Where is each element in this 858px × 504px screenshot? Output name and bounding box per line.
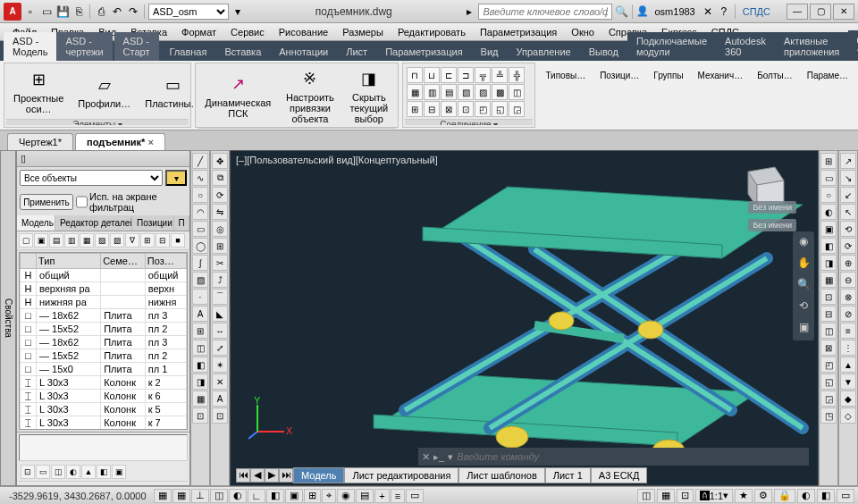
workspace-switch-icon[interactable]: ⚙ — [754, 489, 772, 503]
status-toggle-4[interactable]: ◐ — [229, 489, 247, 503]
ribbon-tab-manage[interactable]: Управление — [508, 43, 580, 61]
status-toggle-7[interactable]: ▣ — [285, 489, 303, 503]
rotate-icon[interactable]: ⟳ — [212, 187, 228, 203]
status-toggle-1[interactable]: ▦ — [172, 489, 190, 503]
typical-button[interactable]: Типовы… — [539, 66, 592, 85]
connection-grid[interactable]: ⊓⊔⊏⊐╦╩╬ ▦▥▤▧▨▩◫ ⊞⊟⊠⊡◰◱◲ — [407, 67, 525, 117]
hide-selection-button[interactable]: ◨Скрыть текущий выбор — [344, 67, 395, 126]
table-row[interactable]: ⌶L 30x3Колонкк 6 — [21, 390, 187, 403]
status-toggle-5[interactable]: ∟ — [248, 489, 266, 503]
offset-icon[interactable]: ◎ — [212, 221, 228, 237]
apply-button[interactable]: Применить — [20, 194, 73, 210]
pt-icon[interactable]: ▢ — [19, 233, 33, 248]
hardware-accel-icon[interactable]: ◐ — [797, 489, 815, 503]
rect-icon[interactable]: ▭ — [192, 221, 208, 237]
status-toggle-2[interactable]: ⊥ — [191, 489, 209, 503]
viewport-label[interactable]: [–][Пользовательский вид][Концептуальный… — [236, 155, 438, 165]
table-row[interactable]: ⌶L 30x3Колонкк 5 — [21, 403, 187, 416]
status-toggle-14[interactable]: ▭ — [406, 489, 424, 503]
cmd-close-icon[interactable]: ✕ — [422, 451, 430, 463]
panel-tab-more[interactable]: П — [174, 215, 189, 231]
params-button[interactable]: Параме… — [801, 66, 854, 85]
ribbon-tab-output[interactable]: Вывод — [580, 43, 627, 61]
polyline-icon[interactable]: ∿ — [192, 170, 208, 186]
mechanical-button[interactable]: Механич… — [692, 66, 750, 85]
ribbon-tab-active-apps[interactable]: Активные приложения — [775, 32, 848, 61]
table-row[interactable]: □— 15x52Плитапл 2 — [21, 349, 187, 363]
user-name[interactable]: osm1983 — [651, 6, 698, 17]
menu-parametric[interactable]: Параметризация — [473, 25, 564, 39]
status-toggle-9[interactable]: ⌖ — [322, 489, 336, 503]
open-icon[interactable]: ▭ — [39, 4, 54, 19]
menu-draw[interactable]: Рисование — [272, 25, 335, 39]
info-icon[interactable]: ▸ — [462, 4, 476, 19]
circle-icon[interactable]: ○ — [192, 187, 208, 203]
redo-icon[interactable]: ↷ — [126, 4, 140, 19]
close-button[interactable]: ✕ — [833, 4, 854, 20]
explode-icon[interactable]: ✶ — [212, 357, 228, 373]
maximize-button[interactable]: ▢ — [810, 4, 831, 20]
mirror-icon[interactable]: ⇋ — [212, 204, 228, 220]
arc-icon[interactable]: ◠ — [192, 204, 208, 220]
menu-dimension[interactable]: Размеры — [335, 25, 391, 39]
structure-table[interactable]: ТипСеме…Поз… НобщийобщийНверхняя раверхн… — [19, 252, 188, 430]
spds-label[interactable]: СПДС — [739, 6, 774, 17]
model-viewport[interactable]: [–][Пользовательский вид][Концептуальный… — [230, 150, 819, 486]
grid-toggle[interactable]: ▦ — [657, 489, 675, 503]
plot-icon[interactable]: ⎙ — [94, 4, 108, 19]
table-row[interactable]: Ннижняя ранижня — [21, 296, 187, 309]
nav-wheel-icon[interactable]: ◉ — [795, 235, 812, 251]
ribbon-tab-asd-drawings[interactable]: ASD - чертежи — [56, 32, 112, 61]
menu-modify[interactable]: Редактировать — [391, 25, 473, 39]
help-icon[interactable]: ? — [717, 4, 731, 19]
text-icon[interactable]: A — [192, 306, 208, 322]
panel-header[interactable]: ▯ — [17, 151, 189, 167]
axes-button[interactable]: ⊞Проектные оси… — [8, 68, 69, 116]
status-toggle-12[interactable]: + — [374, 489, 389, 503]
positions-button[interactable]: Позици… — [593, 66, 645, 85]
point-icon[interactable]: · — [192, 289, 208, 305]
ribbon-tab-layout[interactable]: Лист — [337, 43, 376, 61]
undo-icon[interactable]: ↶ — [110, 4, 124, 19]
ribbon-tab-view[interactable]: Вид — [472, 43, 508, 61]
workspace-select[interactable]: ASD_osm — [148, 4, 229, 20]
menu-format[interactable]: Формат — [174, 25, 223, 39]
table-row[interactable]: □— 18x62Плитапл 3 — [21, 336, 187, 349]
layout-first-icon[interactable]: ⏮ — [236, 468, 250, 483]
status-toggle-0[interactable]: ▦ — [154, 489, 172, 503]
nav-zoom-icon[interactable]: 🔍 — [795, 278, 812, 294]
clean-screen-icon[interactable]: ▭ — [837, 489, 854, 503]
panel-tab-model[interactable]: Модель — [17, 215, 55, 231]
table-row[interactable]: □— 15x0Плитапл 1 — [21, 363, 187, 376]
saveas-icon[interactable]: ⎘ — [72, 4, 86, 19]
ribbon-tab-a360[interactable]: Autodesk 360 — [716, 32, 775, 61]
ellipse-icon[interactable]: ◯ — [192, 238, 208, 254]
dynamic-ucs-button[interactable]: ↗Динамическая ПСК — [199, 72, 276, 121]
chamfer-icon[interactable]: ◣ — [212, 306, 228, 322]
layout-tab-edit[interactable]: Лист редактирования — [344, 467, 458, 483]
layout-tab-templates[interactable]: Лист шаблонов — [458, 467, 544, 483]
ribbon-tab-insert[interactable]: Вставка — [215, 43, 270, 61]
workspace-gear-icon[interactable]: ▾ — [231, 4, 245, 19]
view-tag-2[interactable]: Без имени — [748, 219, 796, 231]
exchange-icon[interactable]: ✕ — [701, 4, 715, 19]
group-connection-label[interactable]: Соединение ▾ — [405, 119, 533, 125]
minimize-button[interactable]: — — [786, 4, 808, 20]
region-icon[interactable]: ◫ — [192, 340, 208, 356]
table-row[interactable]: □— 18x62Плитапл 3 — [21, 309, 187, 323]
table-row[interactable]: ⌶L 30x3Колонк — [21, 430, 187, 431]
layout-prev-icon[interactable]: ◀ — [250, 468, 265, 483]
profiles-button[interactable]: ▱Профили… — [72, 73, 136, 111]
table-row[interactable]: Нобщийобщий — [21, 269, 187, 282]
erase-icon[interactable]: ✕ — [212, 374, 228, 390]
signin-icon[interactable]: 👤 — [636, 5, 649, 17]
save-icon[interactable]: 💾 — [55, 4, 70, 19]
spline-icon[interactable]: ∫ — [192, 255, 208, 271]
ribbon-tab-home[interactable]: Главная — [161, 43, 216, 61]
ribbon-tab-annotate[interactable]: Аннотации — [270, 43, 337, 61]
layout-tab-model[interactable]: Модель — [293, 467, 344, 483]
fillet-icon[interactable]: ⌒ — [212, 289, 228, 305]
panel-tab-positions[interactable]: Позиции — [132, 215, 174, 231]
command-line[interactable]: ✕ ▸_ ▾ — [418, 448, 809, 466]
cmd-recent-icon[interactable]: ▸_ — [433, 451, 444, 463]
